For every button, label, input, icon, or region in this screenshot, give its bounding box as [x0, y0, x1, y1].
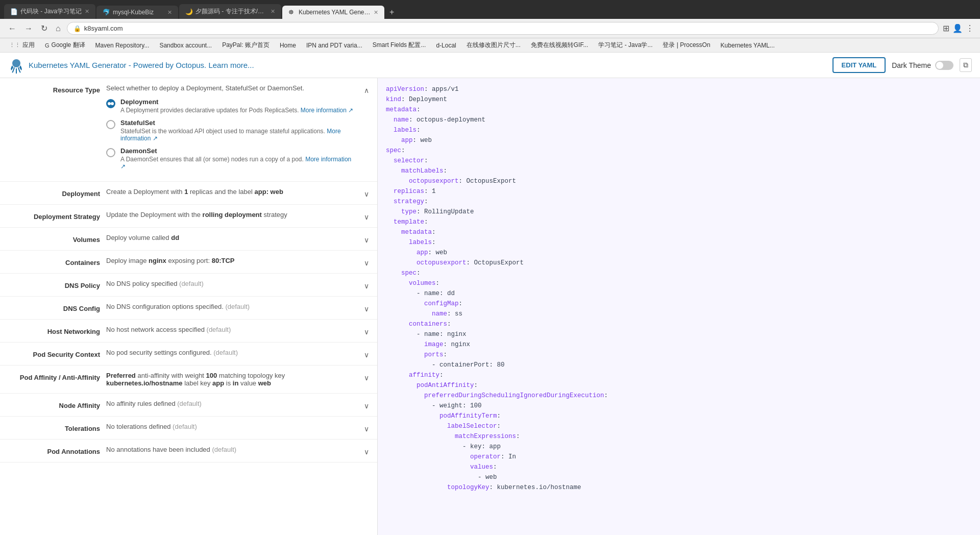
bookmark-k8syaml[interactable]: Kubernetes YAML... [718, 41, 778, 50]
yaml-panel: apiVersion: apps/v1 kind: Deployment met… [378, 78, 980, 535]
node-affinity-default: (default) [177, 400, 202, 407]
section-pod-affinity-label: Pod Affinity / Anti-Affinity [8, 372, 100, 381]
radio-statefulset-button[interactable] [106, 120, 115, 129]
bookmark-sandbox[interactable]: Sandbox account... [156, 41, 215, 50]
tab-4[interactable]: ☸ Kubernetes YAML Generator ✕ [282, 6, 384, 19]
section-node-affinity-label: Node Affinity [8, 400, 100, 409]
bookmark-ipn-label: IPN and PDT varia... [306, 42, 362, 49]
section-deployment-strategy-label: Deployment Strategy [8, 211, 100, 221]
app-logo-text[interactable]: Kubernetes YAML Generator - Powered by O… [29, 61, 254, 69]
resource-type-collapse-button[interactable]: ∧ [364, 84, 369, 94]
yaml-line-23: name: ss [386, 309, 972, 319]
deployment-collapse-button[interactable]: ∨ [364, 188, 369, 198]
tolerations-collapse-button[interactable]: ∨ [364, 423, 369, 433]
bookmark-resize-label: 在线修改图片尺寸... [467, 41, 521, 50]
tab-3-close[interactable]: ✕ [271, 8, 275, 15]
toggle-knob [936, 62, 943, 69]
tab-bar: 📄 代码块 - Java学习笔记 ✕ 🐬 mysql-KubeBiz ✕ 🌙 夕… [0, 0, 980, 19]
radio-inner [108, 102, 111, 105]
nav-bar: ← → ↻ ⌂ 🔒 k8syaml.com ⊞ 👤 ⋮ [0, 19, 980, 38]
yaml-line-9: matchLabels: [386, 166, 972, 176]
bookmark-gif[interactable]: 免费在线视频转GIF... [528, 40, 592, 51]
dns-policy-collapse-button[interactable]: ∨ [364, 280, 369, 290]
radio-deployment-button[interactable] [106, 99, 115, 108]
yaml-line-4: name: octopus-deployment [386, 115, 972, 125]
bookmark-paypal[interactable]: PayPal: 账户首页 [219, 40, 273, 51]
tab-1-close[interactable]: ✕ [85, 8, 89, 15]
app-header: Kubernetes YAML Generator - Powered by O… [0, 53, 980, 78]
radio-daemonset-desc: A DaemonSet ensures that all (or some) n… [120, 156, 358, 170]
bookmark-resize[interactable]: 在线修改图片尺寸... [463, 40, 524, 51]
yaml-line-15: metadata: [386, 227, 972, 237]
section-deployment-strategy-content: Update the Deployment with the rolling d… [106, 211, 358, 218]
yaml-line-31: preferredDuringSchedulingIgnoredDuringEx… [386, 391, 972, 401]
yaml-line-8: selector: [386, 156, 972, 166]
bookmark-notes[interactable]: 学习笔记 - Java学... [595, 40, 655, 51]
section-volumes: Volumes Deploy volume called dd ∨ [0, 228, 377, 251]
dark-theme-toggle[interactable] [935, 61, 953, 70]
yaml-line-6: app: web [386, 135, 972, 145]
radio-daemonset: DaemonSet A DaemonSet ensures that all (… [106, 147, 358, 170]
yaml-line-26: image: nginx [386, 339, 972, 350]
bookmark-translate[interactable]: G Google 翻译 [42, 40, 88, 51]
daemonset-more-info-link[interactable]: More information ↗ [120, 156, 351, 170]
forward-button[interactable]: → [22, 23, 35, 34]
yaml-line-37: operator: In [386, 452, 972, 462]
dns-config-collapse-button[interactable]: ∨ [364, 303, 369, 313]
yaml-line-5: labels: [386, 125, 972, 135]
tab-2-favicon: 🐬 [103, 9, 110, 16]
yaml-line-10: octopusexport: OctopusExport [386, 176, 972, 186]
bookmark-sandbox-label: Sandbox account... [159, 42, 212, 49]
profile-button[interactable]: 👤 [952, 23, 963, 33]
reload-button[interactable]: ↻ [39, 22, 50, 34]
section-dns-config-content: No DNS configuration options specified. … [106, 303, 358, 310]
bookmark-ipn[interactable]: IPN and PDT varia... [303, 41, 365, 50]
host-networking-collapse-button[interactable]: ∨ [364, 326, 369, 336]
section-node-affinity: Node Affinity No affinity rules defined … [0, 394, 377, 417]
node-affinity-collapse-button[interactable]: ∨ [364, 400, 369, 410]
yaml-line-19: spec: [386, 268, 972, 278]
back-button[interactable]: ← [6, 23, 18, 34]
section-containers-label: Containers [8, 257, 100, 266]
deployment-strategy-collapse-button[interactable]: ∨ [364, 211, 369, 221]
section-pod-affinity: Pod Affinity / Anti-Affinity Preferred a… [0, 366, 377, 394]
address-bar[interactable]: 🔒 k8syaml.com [67, 22, 939, 35]
bookmark-dlocal[interactable]: d-Local [433, 41, 459, 50]
tab-4-close[interactable]: ✕ [374, 9, 378, 16]
radio-deployment-title: Deployment [120, 98, 353, 106]
radio-daemonset-button[interactable] [106, 148, 115, 157]
yaml-line-22: configMap: [386, 299, 972, 309]
radio-statefulset: StatefulSet StatefulSet is the workload … [106, 119, 358, 142]
bookmark-smart[interactable]: Smart Fields 配置... [370, 40, 429, 51]
bookmark-home[interactable]: Home [277, 41, 299, 50]
pod-affinity-collapse-button[interactable]: ∨ [364, 372, 369, 382]
yaml-line-11: replicas: 1 [386, 186, 972, 197]
tab-3[interactable]: 🌙 夕颜源码 - 专注于技术/源码分享 ✕ [179, 4, 281, 19]
bookmark-processon-label: 登录 | ProcessOn [663, 41, 710, 50]
home-button[interactable]: ⌂ [54, 23, 63, 34]
volumes-collapse-button[interactable]: ∨ [364, 234, 369, 244]
extensions-button[interactable]: ⊞ [943, 23, 949, 33]
containers-collapse-button[interactable]: ∨ [364, 257, 369, 267]
tab-2-close[interactable]: ✕ [167, 9, 172, 16]
pod-annotations-collapse-button[interactable]: ∨ [364, 446, 369, 456]
yaml-line-17: app: web [386, 248, 972, 258]
yaml-line-33: podAffinityTerm: [386, 411, 972, 421]
bookmark-maven[interactable]: Maven Repository... [92, 41, 153, 50]
tab-1[interactable]: 📄 代码块 - Java学习笔记 ✕ [4, 4, 95, 19]
pod-security-context-collapse-button[interactable]: ∨ [364, 349, 369, 359]
new-tab-button[interactable]: + [385, 6, 398, 19]
tab-2[interactable]: 🐬 mysql-KubeBiz ✕ [96, 6, 178, 19]
bookmark-gif-label: 免费在线视频转GIF... [531, 41, 589, 50]
section-tolerations: Tolerations No tolerations defined (defa… [0, 417, 377, 440]
section-host-networking-label: Host Networking [8, 326, 100, 335]
menu-button[interactable]: ⋮ [966, 23, 974, 33]
yaml-line-12: strategy: [386, 197, 972, 207]
deployment-more-info-link[interactable]: More information ↗ [301, 107, 353, 114]
bookmark-processon[interactable]: 登录 | ProcessOn [659, 40, 713, 51]
section-pod-annotations-content: No annotations have been included (defau… [106, 446, 358, 453]
statefulset-more-info-link[interactable]: More information ↗ [120, 128, 341, 142]
copy-button[interactable]: ⧉ [960, 58, 972, 72]
bookmark-apps[interactable]: ⋮⋮ 应用 [6, 40, 38, 51]
edit-yaml-button[interactable]: EDIT YAML [832, 57, 886, 73]
